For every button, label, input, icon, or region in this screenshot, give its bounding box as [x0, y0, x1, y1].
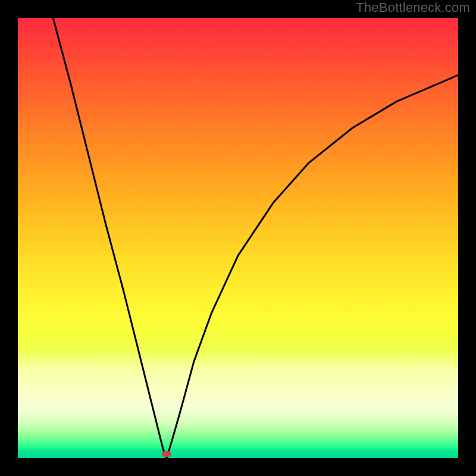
plot-area: [18, 18, 458, 458]
chart-frame: TheBottleneck.com: [0, 0, 476, 476]
bottleneck-curve: [18, 18, 458, 458]
curve-path: [53, 18, 458, 458]
watermark-text: TheBottleneck.com: [356, 0, 470, 15]
bottleneck-marker: [162, 451, 171, 457]
